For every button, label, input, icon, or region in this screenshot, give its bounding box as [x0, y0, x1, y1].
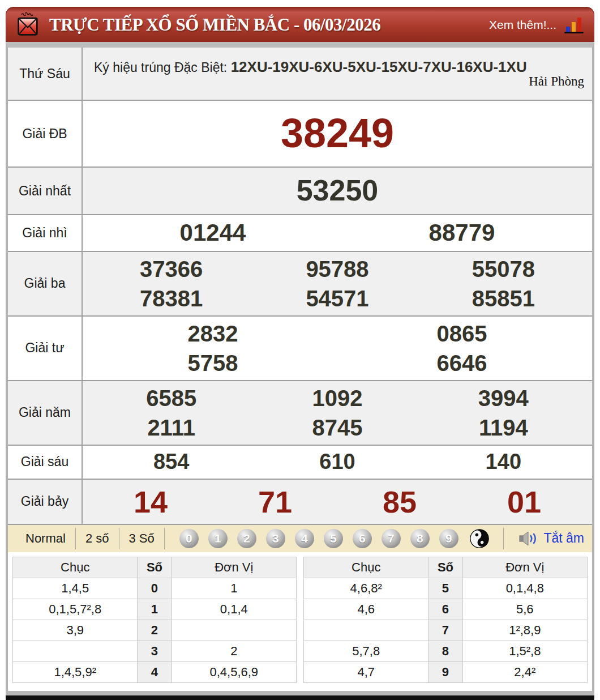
summary-header-cell: Số — [428, 557, 462, 578]
prize-number: 01 — [462, 482, 586, 522]
prize-number: 78381 — [88, 284, 254, 313]
prize-number: 854 — [88, 448, 254, 476]
prize-line: 0124488779 — [88, 217, 586, 249]
summary-cell: 2 — [138, 620, 172, 641]
province-label: Hải Phòng — [529, 69, 584, 94]
summary-cell: 1 — [172, 578, 296, 599]
results-frame: Thứ Sáu Ký hiệu trúng Đặc Biệt: 12XU-19X… — [6, 42, 594, 691]
prize-number: 14 — [88, 482, 213, 522]
table-row: 71²,8,9 — [304, 620, 588, 641]
summary-cell: 1²,8,9 — [462, 620, 587, 641]
prize-numbers: 373669578855078783815457185851 — [83, 252, 592, 315]
prize-number: 37366 — [88, 254, 254, 284]
table-row: 1,4,5,9²40,4,5,6,9 — [13, 661, 297, 682]
prize-number: 71 — [213, 482, 337, 522]
prize-number: 6646 — [337, 348, 586, 378]
prize-line: 854610140 — [88, 448, 586, 476]
prize-number: 6585 — [88, 383, 254, 413]
summary-header-cell: Số — [138, 557, 172, 578]
prize-line: 211187451194 — [88, 413, 586, 442]
number-ball[interactable]: 4 — [295, 529, 314, 548]
prize-line: 57586646 — [88, 348, 586, 378]
summary-cell: 1,4,5,9² — [13, 661, 138, 682]
prize-row: Giải ĐB38249 — [8, 100, 592, 167]
prize-numbers: 2832086557586646 — [83, 317, 592, 380]
number-ball[interactable]: 3 — [266, 529, 285, 548]
prize-line: 38249 — [88, 107, 586, 160]
number-ball[interactable]: 8 — [410, 529, 430, 548]
prize-numbers: 14718501 — [83, 480, 592, 524]
prize-label: Giải tư — [8, 317, 83, 380]
prize-number: 53250 — [88, 172, 586, 210]
summary-cell: 8 — [428, 641, 462, 661]
mode-button[interactable]: 3 Số — [119, 529, 164, 548]
number-ball[interactable]: 0 — [179, 529, 199, 548]
prize-numbers: 658510923994211187451194 — [83, 381, 592, 445]
sign-row: Thứ Sáu Ký hiệu trúng Đặc Biệt: 12XU-19X… — [8, 48, 592, 100]
summary-cell: 3,9 — [13, 620, 138, 641]
separator — [503, 528, 504, 549]
prize-label: Giải ba — [8, 252, 83, 315]
prize-number: 55078 — [421, 254, 586, 284]
number-ball[interactable]: 1 — [208, 529, 228, 548]
separator — [164, 528, 165, 549]
prize-number: 8745 — [254, 413, 420, 442]
summary-cell: 0 — [138, 578, 172, 599]
number-ball[interactable]: 2 — [237, 529, 256, 548]
ball-row: 0123456789 — [179, 529, 458, 548]
envelope-icon — [16, 10, 39, 40]
summary-cell: 5,7,8 — [304, 641, 428, 661]
prize-number: 38249 — [88, 107, 586, 160]
mode-button[interactable]: Normal — [16, 529, 75, 548]
number-ball[interactable]: 7 — [382, 529, 401, 548]
yin-yang-ball[interactable] — [470, 529, 489, 548]
prize-table-body: Giải ĐB38249Giải nhất53250Giải nhì012448… — [8, 100, 592, 524]
summary-cell: 5,6 — [462, 599, 587, 620]
mute-control[interactable]: Tắt âm — [492, 528, 584, 549]
prize-row: Giải nhất53250 — [8, 167, 592, 214]
prize-row: Giải bảy14718501 — [8, 479, 592, 524]
number-ball[interactable]: 6 — [353, 529, 372, 548]
number-ball[interactable]: 9 — [439, 529, 458, 548]
summary-table-0: ChụcSốĐơn Vị1,4,5010,1,5,7²,810,1,43,923… — [12, 557, 297, 683]
prize-line: 53250 — [88, 172, 586, 210]
table-row: 32 — [13, 641, 297, 661]
prize-row: Giải sáu854610140 — [8, 445, 592, 479]
bar-chart-icon[interactable] — [564, 16, 585, 34]
summary-cell: 4,7 — [304, 661, 428, 682]
prize-number: 54571 — [254, 284, 420, 313]
control-bar: Normal2 số3 Số 0123456789 — [8, 524, 592, 552]
table-row: 4,792,4² — [304, 661, 588, 682]
prize-number: 1194 — [421, 413, 586, 442]
lottery-widget: TRỰC TIẾP XỔ SỐ MIỀN BẮC - 06/03/2026 Xe… — [6, 7, 594, 700]
widget-base-strip — [6, 691, 594, 695]
table-row: 4,665,6 — [304, 599, 588, 620]
prize-number: 01244 — [88, 217, 337, 249]
prize-row: Giải nhì0124488779 — [8, 214, 592, 251]
prize-numbers: 854610140 — [83, 446, 592, 479]
number-ball[interactable]: 5 — [324, 529, 343, 548]
summary-header-row: ChụcSốĐơn Vị — [13, 557, 297, 578]
sign-content: Ký hiệu trúng Đặc Biệt: 12XU-19XU-6XU-5X… — [83, 48, 592, 100]
summary-cell: 4 — [138, 661, 172, 682]
prize-row: Giải ba373669578855078783815457185851 — [8, 251, 592, 315]
table-row: 0,1,5,7²,810,1,4 — [13, 599, 297, 620]
table-row: 5,7,881,5²,8 — [304, 641, 588, 661]
summary-cell: 2 — [172, 641, 296, 661]
table-row: 1,4,501 — [13, 578, 297, 599]
summary-cell: 7 — [428, 620, 462, 641]
prize-label: Giải nhì — [8, 215, 83, 251]
summary-cell: 3 — [138, 641, 172, 661]
mode-button[interactable]: 2 số — [76, 529, 119, 548]
summary-cell: 4,6,8² — [304, 578, 428, 599]
summary-cell: 4,6 — [304, 599, 428, 620]
summary-header-cell: Chục — [304, 557, 428, 578]
prize-number: 610 — [254, 448, 420, 476]
prize-numbers: 38249 — [83, 101, 592, 167]
prize-line: 783815457185851 — [88, 284, 586, 313]
prize-label: Giải ĐB — [8, 101, 83, 167]
prize-line: 658510923994 — [88, 383, 586, 413]
see-more-link[interactable]: Xem thêm!... — [489, 18, 556, 32]
table-row: 4,6,8²50,1,4,8 — [304, 578, 588, 599]
prize-number: 2111 — [88, 413, 254, 442]
